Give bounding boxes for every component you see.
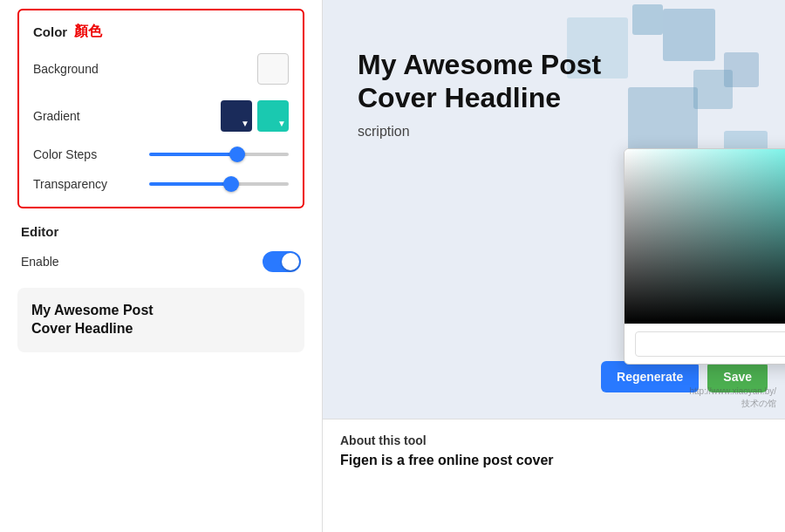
color-steps-slider-container (149, 153, 289, 156)
editor-title: Editor (21, 224, 301, 239)
about-title: About this tool (340, 433, 768, 447)
color-section-title: Color 顏色 (33, 23, 289, 41)
color-steps-label: Color Steps (33, 147, 149, 161)
regenerate-button[interactable]: Regenerate (601, 361, 699, 392)
toggle-knob (282, 253, 299, 270)
preview-card-title: My Awesome PostCover Headline (31, 302, 290, 338)
background-color-swatch[interactable] (257, 53, 289, 85)
about-text: Figen is a free online post cover (340, 453, 768, 468)
headline-area: My Awesome PostCover Headline scription (358, 48, 611, 140)
preview-card: My Awesome PostCover Headline (17, 288, 304, 352)
gradient-label: Gradient (33, 109, 221, 123)
gradient-swatch-dark[interactable]: ▼ (221, 100, 252, 132)
background-label: Background (33, 62, 257, 76)
preview-area: My Awesome PostCover Headline scription … (323, 0, 785, 532)
transparency-label: Transparency (33, 177, 149, 191)
deco-sq-2 (724, 52, 759, 87)
editor-section: Editor Enable (17, 224, 304, 272)
deco-sq-7 (693, 70, 733, 109)
deco-sq-6 (632, 4, 663, 35)
watermark: http://www.xiaoyan.by/技术の馆 (690, 385, 777, 410)
chevron-down-icon-2: ▼ (277, 119, 286, 128)
background-row: Background (33, 53, 289, 85)
picker-footer: #16E9D7 Clear OK (625, 324, 785, 364)
enable-label: Enable (21, 255, 263, 269)
gradient-swatch-teal[interactable]: ▼ (257, 100, 289, 132)
picker-gradient (625, 149, 785, 324)
enable-controls (263, 251, 301, 272)
deco-sq-1 (663, 9, 715, 61)
color-section: Color 顏色 Background Gradient ▼ ▼ (17, 9, 304, 208)
deco-sq-3 (628, 87, 698, 157)
background-controls (257, 53, 289, 85)
transparency-slider-container (149, 182, 289, 186)
chevron-down-icon: ▼ (241, 119, 249, 128)
main-layout: Color 顏色 Background Gradient ▼ ▼ (0, 0, 785, 532)
color-steps-slider[interactable] (149, 153, 289, 156)
color-steps-row: Color Steps (33, 147, 289, 161)
picker-hex-input[interactable]: #16E9D7 (635, 331, 785, 357)
transparency-slider[interactable] (149, 182, 289, 186)
post-description: scription (358, 124, 611, 140)
color-label: Color (33, 24, 67, 39)
transparency-row: Transparency (33, 177, 289, 191)
about-section: About this tool Figen is a free online p… (323, 419, 785, 532)
color-picker-popup: #16E9D7 Clear OK (624, 148, 785, 365)
enable-row: Enable (21, 251, 301, 272)
picker-canvas[interactable] (625, 149, 785, 324)
color-label-chinese: 顏色 (74, 23, 102, 41)
gradient-controls: ▼ ▼ (221, 100, 289, 132)
enable-toggle[interactable] (263, 251, 301, 272)
gradient-row: Gradient ▼ ▼ (33, 100, 289, 132)
left-panel: Color 顏色 Background Gradient ▼ ▼ (0, 0, 323, 532)
right-panel: My Awesome PostCover Headline scription … (323, 0, 785, 532)
post-headline: My Awesome PostCover Headline (358, 48, 611, 115)
color-steps-controls (149, 153, 289, 156)
transparency-controls (149, 182, 289, 186)
